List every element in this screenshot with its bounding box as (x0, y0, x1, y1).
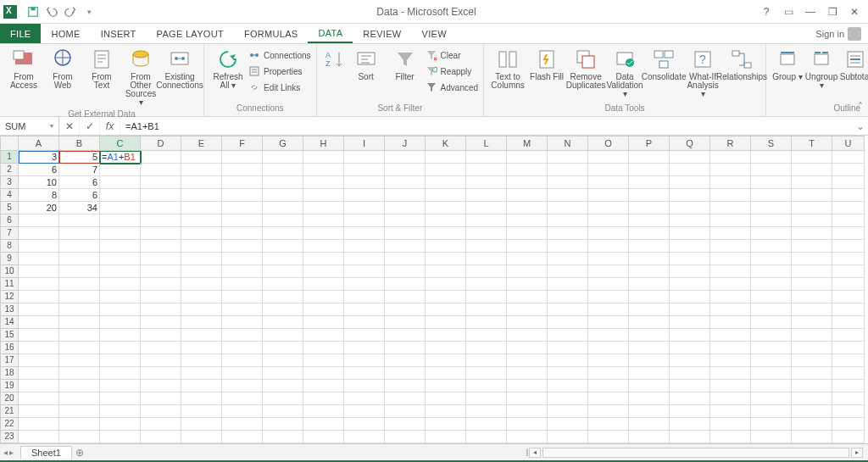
cell[interactable] (792, 202, 832, 214)
cell[interactable] (751, 354, 792, 367)
cell[interactable] (59, 329, 100, 342)
cell[interactable] (181, 240, 222, 253)
cell[interactable] (141, 202, 181, 214)
refresh-all-button[interactable]: Refresh All ▾ (209, 46, 247, 92)
cell[interactable] (303, 418, 344, 431)
cell[interactable] (710, 431, 751, 443)
cell[interactable] (141, 176, 181, 189)
from-text-button[interactable]: From Text (83, 46, 120, 92)
cell[interactable] (751, 392, 792, 405)
cell[interactable] (629, 202, 670, 214)
cell[interactable] (548, 380, 588, 392)
cell[interactable] (100, 303, 141, 316)
cell[interactable] (426, 151, 466, 164)
cell[interactable] (426, 164, 466, 176)
cell[interactable] (426, 214, 466, 227)
cell[interactable] (832, 240, 865, 253)
cell[interactable] (588, 329, 629, 342)
cell[interactable] (222, 367, 263, 380)
cell[interactable] (832, 405, 865, 418)
cell[interactable] (344, 392, 385, 405)
cell[interactable] (710, 265, 751, 278)
cell[interactable] (426, 253, 466, 265)
subtotal-button[interactable]: Subtotal (839, 46, 868, 83)
cell[interactable] (466, 214, 507, 227)
cell[interactable] (832, 431, 865, 443)
cell[interactable] (710, 189, 751, 202)
ungroup-button[interactable]: Ungroup ▾ (805, 46, 837, 92)
cell[interactable] (792, 380, 832, 392)
cell[interactable] (751, 202, 792, 214)
cell[interactable] (181, 418, 222, 431)
cell[interactable] (303, 303, 344, 316)
cell[interactable] (751, 367, 792, 380)
cell[interactable] (426, 227, 466, 240)
cell[interactable] (385, 392, 426, 405)
cell[interactable] (19, 380, 59, 392)
cell[interactable] (507, 329, 548, 342)
qat-customize-icon[interactable]: ▾ (81, 4, 97, 19)
row-header[interactable]: 22 (0, 418, 19, 431)
column-header[interactable]: F (222, 136, 263, 151)
cell[interactable] (100, 265, 141, 278)
cell[interactable] (426, 392, 466, 405)
cell[interactable] (344, 303, 385, 316)
cell[interactable] (466, 380, 507, 392)
cell[interactable] (507, 342, 548, 354)
cell[interactable]: 6 (19, 164, 59, 176)
tab-page-layout[interactable]: PAGE LAYOUT (147, 24, 234, 43)
cell[interactable] (385, 164, 426, 176)
cell[interactable] (59, 265, 100, 278)
cell[interactable] (303, 329, 344, 342)
cell[interactable] (100, 202, 141, 214)
cell[interactable] (426, 176, 466, 189)
row-header[interactable]: 16 (0, 342, 19, 354)
cell[interactable] (426, 354, 466, 367)
tab-home[interactable]: HOME (41, 24, 90, 43)
cell[interactable]: 20 (19, 202, 59, 214)
cell[interactable] (59, 367, 100, 380)
minimize-icon[interactable]: — (802, 6, 819, 18)
reapply-filter-button[interactable]: Reapply (426, 64, 478, 79)
cell[interactable] (670, 253, 710, 265)
cell[interactable] (710, 354, 751, 367)
cell[interactable] (629, 342, 670, 354)
cell[interactable] (181, 214, 222, 227)
cell[interactable] (303, 189, 344, 202)
cell[interactable] (426, 202, 466, 214)
cell[interactable] (141, 392, 181, 405)
cell[interactable] (507, 214, 548, 227)
cell[interactable] (263, 354, 303, 367)
cell[interactable] (59, 214, 100, 227)
cell[interactable] (548, 291, 588, 303)
cell[interactable] (507, 354, 548, 367)
cell[interactable] (588, 265, 629, 278)
cell[interactable] (222, 265, 263, 278)
cell[interactable] (100, 227, 141, 240)
cell[interactable] (426, 278, 466, 291)
row-header[interactable]: 9 (0, 253, 19, 265)
cell[interactable] (629, 176, 670, 189)
cell[interactable] (19, 418, 59, 431)
cell[interactable] (507, 253, 548, 265)
cell[interactable] (629, 418, 670, 431)
collapse-ribbon-icon[interactable]: ˄ (858, 101, 863, 113)
cell[interactable] (751, 265, 792, 278)
cell[interactable] (792, 329, 832, 342)
cell[interactable] (141, 367, 181, 380)
cell[interactable] (141, 253, 181, 265)
cell[interactable] (507, 418, 548, 431)
cell[interactable] (629, 316, 670, 329)
cell[interactable] (670, 151, 710, 164)
cell[interactable] (466, 202, 507, 214)
row-header[interactable]: 20 (0, 392, 19, 405)
cell[interactable] (466, 367, 507, 380)
column-header[interactable]: I (344, 136, 385, 151)
from-web-button[interactable]: From Web (44, 46, 81, 92)
cell[interactable] (426, 329, 466, 342)
cell[interactable] (59, 303, 100, 316)
cell[interactable] (100, 278, 141, 291)
cell[interactable] (832, 303, 865, 316)
cell[interactable] (141, 291, 181, 303)
cell[interactable] (19, 278, 59, 291)
